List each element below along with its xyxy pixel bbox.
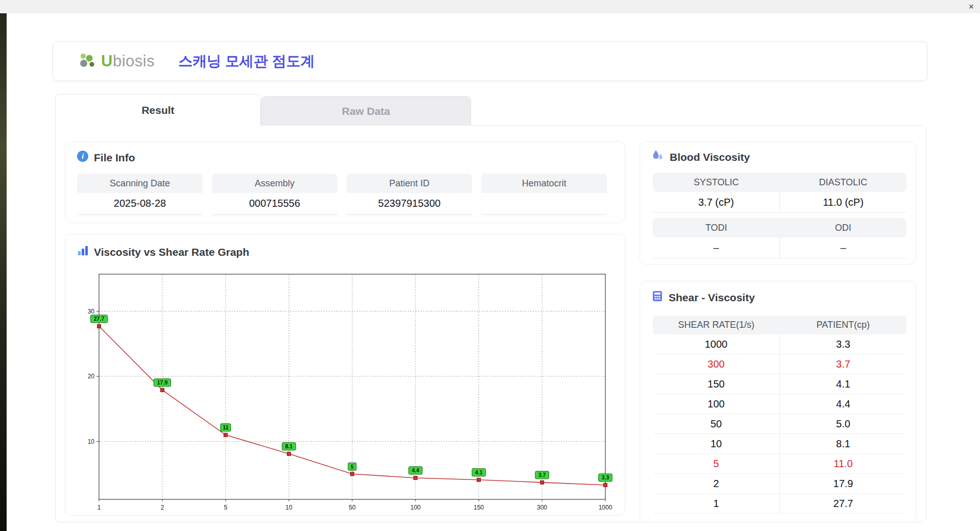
desktop-background-edge [0,0,7,531]
blood-viscosity-grid: SYSTOLIC DIASTOLIC 3.7 (cP) 11.0 (cP) TO… [653,173,906,263]
svg-text:10: 10 [285,504,292,511]
svg-text:4.1: 4.1 [475,469,483,475]
svg-text:5: 5 [224,504,228,511]
patient-cell: 3.3 [779,334,906,354]
app-title: 스캐닝 모세관 점도계 [178,52,315,71]
blood-viscosity-title-row: Blood Viscosity [651,149,750,165]
field-value: 000715556 [212,193,337,214]
todi-value: – [653,237,779,258]
shear-rate-cell: 10 [653,434,779,453]
logo-leaves-icon [78,51,98,71]
shear-rate-cell: 300 [653,354,779,374]
svg-text:8.1: 8.1 [285,443,293,449]
svg-text:10: 10 [88,438,95,445]
table-row: 3003.7 [653,354,906,374]
info-icon: i [77,150,89,165]
titlebar: × [0,0,980,13]
tab-raw-data[interactable]: Raw Data [261,96,471,126]
svg-text:150: 150 [474,504,484,511]
field-patient-id: Patient ID 52397915300 [347,174,472,214]
tab-bar: Result Raw Data [55,94,471,126]
graph-title-row: Viscosity vs Shear Rate Graph [77,245,249,259]
chart-wrap: 1020301251050100150300100027.717.9118.15… [76,266,617,518]
bar-chart-icon [77,245,89,259]
content-card: i File Info Scanning Date 2025-08-28 Ass… [55,125,926,522]
shear-viscosity-table: SHEAR RATE(1/s) PATIENT(cp) 10003.33003.… [653,316,906,514]
diastolic-label: DIASTOLIC [780,173,907,192]
patient-cell: 4.1 [779,374,906,394]
odi-label: ODI [780,218,907,237]
shear-table-body: 10003.33003.71504.11004.4505.0108.1511.0… [653,334,906,514]
logo-text: Ubiosis [101,52,155,70]
shear-rate-cell: 50 [653,414,779,433]
shear-rate-cell: 1000 [653,334,779,354]
logo: Ubiosis [78,51,155,71]
bv-value-row: – – [653,237,906,258]
shear-rate-cell: 5 [653,454,779,473]
file-info-title: File Info [94,152,135,164]
svg-text:1: 1 [97,504,101,511]
tab-result[interactable]: Result [55,94,261,126]
table-row: 511.0 [653,454,906,474]
table-row: 217.9 [653,474,906,494]
header-card: Ubiosis 스캐닝 모세관 점도계 [53,41,927,81]
shear-rate-cell: 100 [653,394,779,414]
svg-text:30: 30 [88,308,95,315]
odi-value: – [779,237,906,258]
shear-rate-cell: 1 [653,494,779,513]
patient-cell: 4.4 [779,394,906,414]
field-assembly: Assembly 000715556 [212,174,337,214]
shear-rate-cell: 2 [653,474,779,493]
logo-text-rest: biosis [113,52,155,70]
svg-text:11: 11 [223,424,228,430]
logo-text-u: U [101,52,113,70]
patient-cell: 3.7 [779,354,906,374]
shear-table-header: SHEAR RATE(1/s) PATIENT(cp) [653,316,906,334]
water-drop-icon [651,149,665,165]
patient-cell: 17.9 [779,474,906,493]
file-info-title-row: i File Info [77,150,135,165]
shear-viscosity-card: Shear - Viscosity SHEAR RATE(1/s) PATIEN… [640,281,916,522]
table-row: 127.7 [653,494,906,514]
table-row: 10003.3 [653,334,906,354]
field-label: Patient ID [347,174,472,193]
svg-text:100: 100 [410,504,421,511]
field-value: 52397915300 [347,193,472,214]
graph-card: Viscosity vs Shear Rate Graph 1020301251… [65,234,625,516]
svg-text:50: 50 [349,504,356,511]
svg-text:1000: 1000 [599,504,612,511]
patient-cell: 8.1 [779,434,906,453]
calculator-icon [651,290,664,305]
svg-text:300: 300 [537,504,547,511]
blood-viscosity-card: Blood Viscosity SYSTOLIC DIASTOLIC 3.7 (… [640,141,916,264]
table-row: 108.1 [653,434,906,454]
todi-label: TODI [653,218,780,237]
close-icon[interactable]: × [968,1,974,12]
field-label: Scanning Date [77,174,203,193]
table-row: 505.0 [653,414,906,434]
viscosity-chart: 1020301251050100150300100027.717.9118.15… [76,266,617,516]
systolic-label: SYSTOLIC [653,173,780,192]
field-value [481,193,607,214]
patient-cell: 5.0 [779,414,906,433]
file-info-card: i File Info Scanning Date 2025-08-28 Ass… [65,141,625,223]
svg-text:3.3: 3.3 [602,474,609,480]
svg-text:2: 2 [161,504,164,511]
field-hematocrit: Hematocrit [481,174,607,214]
field-value: 2025-08-28 [77,193,203,214]
bv-value-row: 3.7 (cP) 11.0 (cP) [653,192,906,213]
graph-title: Viscosity vs Shear Rate Graph [94,246,249,258]
patient-cell: 27.7 [779,494,906,513]
field-label: Hematocrit [481,174,607,193]
table-row: 1004.4 [653,394,906,414]
patient-column-header: PATIENT(cp) [780,316,907,334]
svg-text:17.9: 17.9 [157,379,168,385]
blood-viscosity-title: Blood Viscosity [670,151,750,163]
svg-text:20: 20 [88,373,95,380]
shear-rate-column-header: SHEAR RATE(1/s) [653,316,780,334]
field-scanning-date: Scanning Date 2025-08-28 [77,174,203,214]
patient-cell: 11.0 [779,454,906,473]
shear-rate-cell: 150 [653,374,779,394]
field-label: Assembly [212,174,337,193]
shear-viscosity-title-row: Shear - Viscosity [651,290,755,305]
